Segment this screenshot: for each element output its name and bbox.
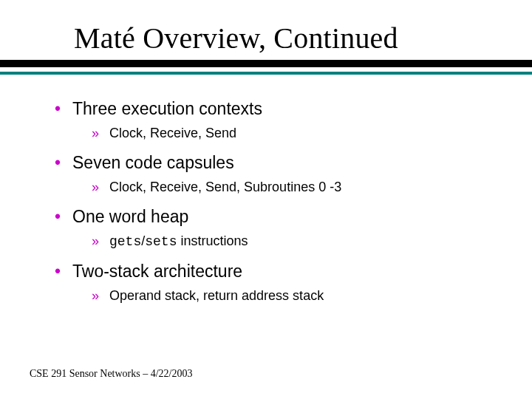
sub-text: Clock, Receive, Send [109, 126, 236, 140]
sub-text: Operand stack, return address stack [109, 288, 324, 303]
sub-list: gets/sets instructions [72, 232, 502, 250]
bullet-item: One word heap gets/sets instructions [52, 206, 502, 250]
sub-rest: instructions [177, 233, 248, 248]
sub-list: Operand stack, return address stack [72, 287, 502, 304]
sub-list: Clock, Receive, Send, Subroutines 0 -3 [72, 178, 502, 196]
bullet-item: Three execution contexts Clock, Receive,… [52, 98, 502, 142]
title-underline [0, 60, 532, 67]
sub-item: Clock, Receive, Send [92, 124, 502, 142]
slide-title: Maté Overview, Continued [74, 21, 502, 55]
sub-text: Clock, Receive, Send, Subroutines 0 -3 [109, 180, 341, 194]
bullet-text: One word heap [72, 207, 188, 226]
bullet-list: Three execution contexts Clock, Receive,… [52, 98, 502, 304]
code-gets: gets [109, 234, 141, 249]
title-area: Maté Overview, Continued [0, 0, 532, 55]
slide-footer: CSE 291 Sensor Networks – 4/22/2003 [30, 368, 193, 380]
code-sets: sets [145, 234, 177, 249]
sub-item: gets/sets instructions [92, 232, 502, 250]
bullet-text: Three execution contexts [72, 99, 262, 118]
bullet-item: Seven code capsules Clock, Receive, Send… [52, 152, 502, 196]
sub-item: Clock, Receive, Send, Subroutines 0 -3 [92, 178, 502, 196]
bullet-text: Seven code capsules [72, 153, 234, 172]
bullet-item: Two-stack architecture Operand stack, re… [52, 261, 502, 304]
bullet-text: Two-stack architecture [72, 262, 242, 281]
slide: Maté Overview, Continued Three execution… [0, 0, 532, 399]
slide-body: Three execution contexts Clock, Receive,… [0, 75, 532, 304]
sub-list: Clock, Receive, Send [72, 124, 502, 142]
sub-item: Operand stack, return address stack [92, 287, 502, 304]
